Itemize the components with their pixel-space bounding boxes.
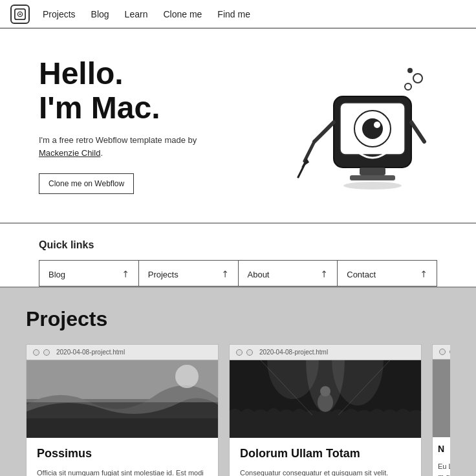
card-description-2: Consequatur consequatur et quisquam sit …: [240, 468, 411, 476]
quick-links-section: Quick links Blog ↗ Projects ↗ About ↗ Co…: [0, 224, 476, 288]
project-card-1: 2020-04-08-project.html Possimus Officia…: [26, 344, 219, 476]
svg-rect-21: [27, 418, 218, 438]
project-card-2: 2020-04-08-project.html: [229, 344, 422, 476]
projects-grid: 2020-04-08-project.html Possimus Officia…: [26, 344, 450, 476]
card-image-1: [27, 360, 218, 438]
svg-line-13: [298, 164, 305, 177]
card-description-1: Officia sit numquam fugiat sint molestia…: [37, 468, 208, 476]
card-titlebar-3: [433, 345, 450, 360]
card-image-3: [433, 360, 450, 437]
card-body-3: N Eu La et m qu: [433, 437, 450, 476]
dot-5: [439, 349, 446, 355]
hero-author-link[interactable]: Mackenzie Child: [39, 148, 100, 158]
nav-link-learn[interactable]: Learn: [125, 9, 148, 19]
nav-links: Projects Blog Learn Clone me Find me: [43, 9, 250, 19]
arrow-icon: ↗: [417, 267, 431, 281]
dot-4: [246, 349, 253, 356]
projects-section: Projects 2020-04-08-project.html: [0, 288, 476, 476]
svg-point-30: [320, 386, 330, 396]
dot-2: [43, 349, 50, 356]
hero-text: Hello. I'm Mac. I'm a free retro Webflow…: [39, 57, 288, 195]
arrow-icon: ↗: [318, 267, 331, 281]
svg-point-15: [405, 83, 411, 90]
dot-1: [33, 349, 39, 356]
quick-link-projects[interactable]: Projects ↗: [139, 261, 239, 287]
hero-illustration: [288, 54, 444, 197]
card-image-2: [230, 360, 421, 438]
svg-line-11: [305, 142, 314, 161]
hero-subtitle: I'm a free retro Webflow template made b…: [39, 134, 288, 159]
hero-section: Hello. I'm Mac. I'm a free retro Webflow…: [0, 28, 476, 224]
dot-3: [236, 349, 243, 356]
nav-link-clone-me[interactable]: Clone me: [163, 9, 202, 19]
quick-link-contact[interactable]: Contact ↗: [338, 261, 437, 287]
quick-link-blog-label: Blog: [49, 270, 65, 279]
navbar: Projects Blog Learn Clone me Find me: [0, 0, 476, 28]
quick-link-projects-label: Projects: [148, 270, 178, 279]
svg-point-7: [374, 122, 380, 128]
hero-title: Hello. I'm Mac.: [39, 57, 288, 125]
svg-line-10: [314, 122, 334, 142]
quick-link-about[interactable]: About ↗: [239, 261, 338, 287]
card-project-title-1: Possimus: [37, 447, 208, 461]
quick-link-contact-label: Contact: [347, 270, 376, 279]
svg-point-2: [19, 13, 21, 15]
nav-link-blog[interactable]: Blog: [91, 9, 109, 19]
card-project-title-2: Dolorum Ullam Totam: [240, 447, 411, 461]
card-body-2: Dolorum Ullam Totam Consequatur consequa…: [230, 438, 421, 476]
card-titlebar-2: 2020-04-08-project.html: [230, 345, 421, 360]
quick-link-about-label: About: [248, 270, 270, 279]
nav-link-projects[interactable]: Projects: [43, 9, 76, 19]
svg-point-17: [407, 68, 413, 73]
svg-point-16: [413, 74, 422, 83]
card-titlebar-1: 2020-04-08-project.html: [27, 345, 218, 360]
nav-link-find-me[interactable]: Find me: [217, 9, 250, 19]
quick-links-title: Quick links: [39, 239, 437, 251]
svg-point-18: [343, 182, 402, 189]
quick-links-grid: Blog ↗ Projects ↗ About ↗ Contact ↗: [39, 260, 437, 287]
project-card-partial: N Eu La et m qu: [432, 344, 450, 476]
nav-logo[interactable]: [10, 5, 30, 24]
svg-rect-9: [350, 175, 395, 180]
arrow-icon: ↗: [118, 267, 132, 281]
svg-line-14: [411, 122, 424, 142]
card-url-2: 2020-04-08-project.html: [259, 349, 328, 356]
card-project-title-3: N: [438, 444, 450, 455]
card-description-3: Eu La et m qu: [438, 461, 450, 476]
card-url-1: 2020-04-08-project.html: [56, 349, 125, 356]
svg-point-23: [175, 365, 199, 388]
svg-point-6: [362, 118, 383, 139]
clone-btn[interactable]: Clone me on Webflow: [39, 173, 134, 194]
projects-title: Projects: [26, 307, 450, 331]
svg-rect-8: [360, 168, 385, 175]
dot-6: [449, 349, 450, 355]
arrow-icon: ↗: [218, 267, 232, 281]
card-body-1: Possimus Officia sit numquam fugiat sint…: [27, 438, 218, 476]
quick-link-blog[interactable]: Blog ↗: [39, 261, 139, 287]
